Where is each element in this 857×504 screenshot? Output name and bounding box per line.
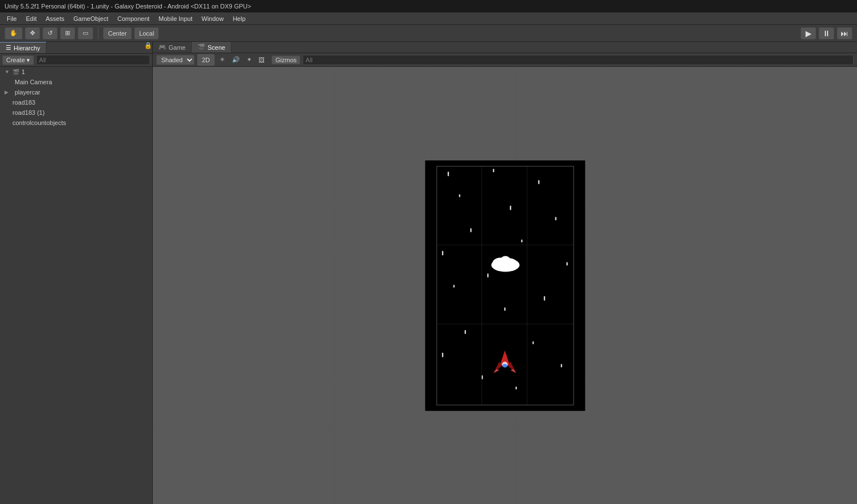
center-panel: 🎮 Game 🎬 Scene Shaded 2D ☀ 🔊 ✦ 🖼 Gizmos (153, 42, 857, 504)
hier-label-road183-1: road183 (1) (12, 109, 45, 116)
menu-edit[interactable]: Edit (21, 14, 41, 23)
menu-help[interactable]: Help (228, 14, 250, 23)
play-button[interactable]: ▶ (800, 27, 816, 40)
hier-item-road183-1[interactable]: road183 (1) (0, 107, 152, 118)
menu-component[interactable]: Component (113, 14, 154, 23)
hier-item-playercar[interactable]: ▶ playercar (0, 87, 152, 97)
pause-button[interactable]: ⏸ (819, 27, 834, 40)
hier-item-scene[interactable]: ▼ 🎬 1 (0, 67, 152, 77)
scene-view (153, 67, 857, 504)
main-layout: ☰ Hierarchy 🔒 Create ▾ ▼ 🎬 1 Main Camera (0, 42, 857, 504)
rotate-tool-btn[interactable]: ↺ (42, 27, 58, 40)
scene-tab-label: Scene (208, 44, 225, 51)
menu-file[interactable]: File (2, 14, 21, 23)
toolbar-sep-1 (98, 27, 98, 40)
svg-point-8 (499, 256, 511, 267)
hierarchy-search[interactable] (36, 55, 150, 65)
gizmos-search[interactable] (303, 55, 854, 65)
scene-toolbar: Shaded 2D ☀ 🔊 ✦ 🖼 Gizmos (153, 53, 857, 67)
menu-mobile-input[interactable]: Mobile Input (154, 14, 197, 23)
hierarchy-icon: ☰ (6, 44, 11, 51)
scene-tab-bar: 🎮 Game 🎬 Scene (153, 42, 857, 53)
effects-btn[interactable]: ✦ (244, 55, 254, 64)
hierarchy-panel: ☰ Hierarchy 🔒 Create ▾ ▼ 🎬 1 Main Camera (0, 42, 153, 504)
menu-window[interactable]: Window (197, 14, 228, 23)
hier-item-road183[interactable]: road183 (0, 97, 152, 107)
hand-tool-btn[interactable]: ✋ (5, 27, 23, 40)
gizmos-btn[interactable]: Gizmos (272, 55, 300, 64)
hier-item-maincamera[interactable]: Main Camera (0, 77, 152, 87)
hier-label-maincamera: Main Camera (15, 79, 52, 85)
title-bar: Unity 5.5.2f1 Personal (64bit) - 1.unity… (0, 0, 857, 12)
audio-btn[interactable]: 🔊 (230, 55, 242, 64)
center-btn[interactable]: Center (103, 27, 132, 40)
title-text: Unity 5.5.2f1 Personal (64bit) - 1.unity… (5, 3, 251, 10)
rect-tool-btn[interactable]: ▭ (77, 27, 93, 40)
hierarchy-label: Hierarchy (14, 45, 40, 51)
spaceship-sprite (491, 347, 519, 377)
hidden-btn[interactable]: 🖼 (256, 56, 267, 64)
hier-label-road183: road183 (12, 99, 35, 106)
light-btn[interactable]: ☀ (217, 55, 227, 64)
local-btn[interactable]: Local (134, 27, 159, 40)
game-bg (425, 160, 585, 411)
game-tab-label: Game (169, 44, 186, 51)
hierarchy-toolbar: Create ▾ (0, 54, 152, 67)
scene-tab[interactable]: 🎬 Scene (192, 42, 231, 53)
hierarchy-list: ▼ 🎬 1 Main Camera ▶ playercar road183 ro… (0, 67, 152, 504)
game-tab-icon: 🎮 (158, 44, 166, 51)
toolbar-right: ▶ ⏸ ⏭ (800, 27, 852, 40)
toolbar: ✋ ✥ ↺ ⊞ ▭ Center Local ▶ ⏸ ⏭ (0, 25, 857, 42)
svg-point-15 (503, 364, 507, 367)
panel-pin[interactable]: 🔒 (144, 42, 152, 53)
hierarchy-tab[interactable]: ☰ Hierarchy (0, 42, 46, 53)
menu-bar: File Edit Assets GameObject Component Mo… (0, 12, 857, 25)
cloud-sprite (490, 253, 521, 274)
svg-marker-14 (511, 369, 516, 373)
scale-tool-btn[interactable]: ⊞ (60, 27, 75, 40)
svg-marker-13 (494, 369, 499, 373)
hierarchy-create-btn[interactable]: Create ▾ (2, 55, 34, 65)
menu-assets[interactable]: Assets (41, 14, 69, 23)
step-button[interactable]: ⏭ (837, 27, 852, 40)
hier-label-playercar: playercar (15, 89, 40, 96)
hier-label-control: controlcountobjects (12, 119, 66, 126)
hierarchy-tab-bar: ☰ Hierarchy 🔒 (0, 42, 152, 54)
game-tab[interactable]: 🎮 Game (153, 42, 192, 53)
move-tool-btn[interactable]: ✥ (25, 27, 40, 40)
menu-gameobject[interactable]: GameObject (69, 14, 113, 23)
game-viewport (424, 160, 585, 411)
hier-arrow-scene: ▼ (5, 69, 10, 75)
hier-item-control[interactable]: controlcountobjects (0, 118, 152, 128)
shading-mode-select[interactable]: Shaded (156, 55, 195, 65)
hier-label-scene: 1 (21, 68, 25, 75)
2d-btn[interactable]: 2D (197, 54, 215, 66)
scene-tab-icon: 🎬 (197, 44, 205, 51)
